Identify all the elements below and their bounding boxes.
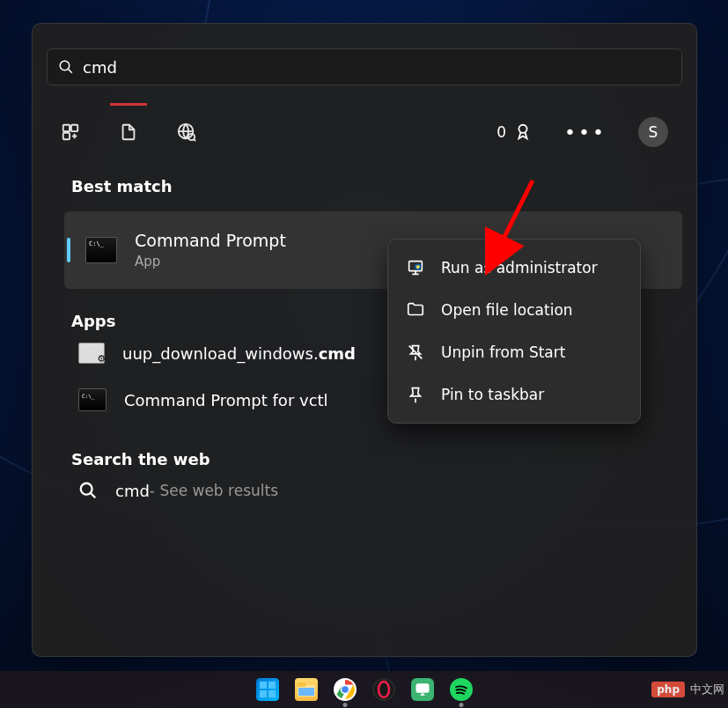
watermark-badge: php [651,682,685,697]
svg-point-27 [374,680,393,699]
apps-tab-icon[interactable] [61,122,80,142]
taskbar-chrome[interactable] [334,678,357,701]
best-match-subtitle: App [135,254,286,269]
best-match-title: Command Prompt [135,231,286,250]
svg-line-1 [68,69,72,73]
opera-icon [373,679,394,700]
documents-tab-icon[interactable] [119,122,138,142]
svg-point-11 [81,483,92,495]
context-pin-to-taskbar[interactable]: Pin to taskbar [388,373,640,416]
user-avatar[interactable]: S [638,117,668,147]
web-result-suffix: - See web results [150,482,278,499]
folder-icon [298,682,315,697]
search-icon [78,481,98,500]
svg-rect-20 [268,690,275,697]
search-web-header: Search the web [33,450,696,468]
best-match-header: Best match [33,177,696,195]
medal-icon [513,122,533,142]
unpin-icon [406,343,425,362]
rewards-indicator[interactable]: 0 [496,122,533,142]
app-result-label: uup_download_windows.cmd [122,344,356,363]
start-button[interactable] [256,678,279,701]
watermark: php 中文网 [651,682,724,697]
spellcheck-underline [110,103,147,106]
svg-line-12 [91,493,96,498]
admin-shield-icon [406,258,425,277]
rewards-count: 0 [496,123,506,141]
search-input[interactable] [83,58,671,77]
context-unpin-from-start[interactable]: Unpin from Start [388,331,640,373]
avatar-initial: S [649,123,658,141]
web-search-result[interactable]: cmd - See web results [33,468,696,513]
menu-item-label: Unpin from Start [441,343,565,361]
svg-point-26 [341,686,349,694]
search-icon [58,59,74,75]
svg-rect-22 [298,682,305,687]
pin-icon [406,385,425,404]
filter-tabs-row: 0 ••• S [33,117,696,147]
watermark-text: 中文网 [690,682,724,697]
svg-rect-19 [259,690,266,697]
svg-line-9 [194,139,195,141]
more-options-icon[interactable]: ••• [564,122,607,144]
context-open-file-location[interactable]: Open file location [388,289,640,331]
svg-rect-2 [63,125,70,131]
context-menu: Run as administrator Open file location … [387,239,641,424]
web-result-term: cmd [115,482,150,500]
svg-rect-18 [268,682,275,689]
spotify-icon [451,679,472,700]
svg-point-10 [518,125,526,133]
batch-file-icon [78,343,105,364]
taskbar [0,671,728,708]
svg-point-0 [60,61,70,70]
menu-item-label: Open file location [441,301,573,319]
context-run-as-admin[interactable]: Run as administrator [388,247,640,289]
command-prompt-icon [85,237,117,263]
taskbar-file-explorer[interactable] [295,678,318,701]
svg-rect-17 [259,682,266,689]
app-result-label: Command Prompt for vctl [124,391,328,409]
chat-icon [415,682,430,697]
web-tab-icon[interactable] [177,122,196,142]
taskbar-opera-gx[interactable] [372,678,395,701]
svg-rect-3 [71,125,77,131]
svg-rect-23 [298,688,314,696]
svg-rect-29 [415,683,429,693]
command-prompt-icon [78,388,107,411]
folder-icon [406,300,425,320]
menu-item-label: Run as administrator [441,259,598,277]
search-box[interactable] [47,48,682,85]
taskbar-spotify[interactable] [450,678,473,701]
chrome-icon [335,679,356,700]
menu-item-label: Pin to taskbar [441,386,544,403]
taskbar-chat[interactable] [411,678,434,701]
windows-icon [258,680,277,699]
svg-rect-4 [63,133,70,139]
